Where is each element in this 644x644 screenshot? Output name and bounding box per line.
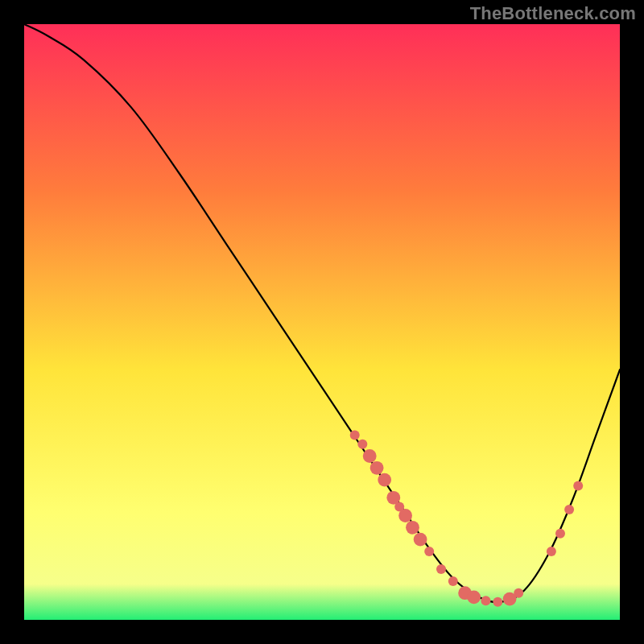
- curve-marker: [414, 533, 427, 547]
- curve-marker: [406, 521, 419, 535]
- gradient-background: [24, 24, 620, 620]
- curve-marker: [363, 449, 377, 463]
- curve-marker: [436, 564, 446, 574]
- curve-marker: [370, 461, 384, 475]
- curve-marker: [448, 576, 458, 586]
- curve-marker: [547, 547, 556, 556]
- curve-marker: [564, 505, 574, 514]
- curve-marker: [555, 529, 565, 539]
- attribution-label: TheBottleneck.com: [470, 3, 636, 24]
- curve-marker: [378, 473, 391, 487]
- curve-marker: [481, 596, 491, 605]
- curve-marker: [514, 588, 523, 598]
- chart-svg: [24, 24, 620, 620]
- chart-plot-area: [24, 24, 620, 620]
- chart-frame: TheBottleneck.com: [0, 0, 644, 644]
- curve-marker: [357, 440, 367, 449]
- curve-marker: [467, 590, 481, 604]
- curve-marker: [398, 509, 412, 522]
- curve-marker: [493, 597, 502, 607]
- curve-marker: [424, 547, 434, 556]
- curve-marker: [573, 481, 583, 491]
- curve-marker: [350, 431, 360, 440]
